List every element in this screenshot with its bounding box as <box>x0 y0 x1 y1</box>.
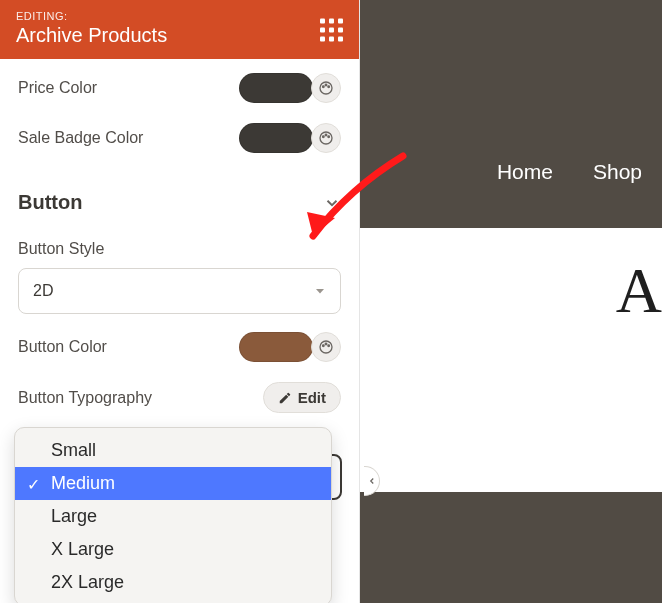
editor-sidebar: EDITING: Archive Products Price Color Sa… <box>0 0 360 603</box>
size-option-small[interactable]: Small <box>15 434 331 467</box>
drag-grip-icon[interactable] <box>320 18 343 41</box>
size-option-2x-large[interactable]: 2X Large <box>15 566 331 599</box>
svg-point-10 <box>323 345 325 347</box>
svg-point-2 <box>325 84 327 86</box>
edit-typography-button[interactable]: Edit <box>263 382 341 413</box>
button-size-dropdown[interactable]: SmallMediumLargeX Large2X Large <box>14 427 332 603</box>
caret-down-icon <box>314 285 326 297</box>
sale-badge-color-picker-button[interactable] <box>311 123 341 153</box>
edit-label: Edit <box>298 389 326 406</box>
button-typography-row: Button Typography Edit <box>18 382 341 413</box>
svg-marker-8 <box>316 289 324 294</box>
button-color-label: Button Color <box>18 338 107 356</box>
button-typography-label: Button Typography <box>18 389 152 407</box>
size-option-medium[interactable]: Medium <box>15 467 331 500</box>
palette-icon <box>318 80 334 96</box>
svg-point-6 <box>325 134 327 136</box>
preview-nav: Home Shop <box>497 160 642 184</box>
sale-badge-color-row: Sale Badge Color <box>18 123 341 153</box>
svg-point-12 <box>328 345 330 347</box>
button-color-swatch[interactable] <box>239 332 313 362</box>
size-option-large[interactable]: Large <box>15 500 331 533</box>
header-title: Archive Products <box>16 24 343 47</box>
button-section-title: Button <box>18 191 82 214</box>
price-color-picker-button[interactable] <box>311 73 341 103</box>
button-style-select[interactable]: 2D <box>18 268 341 314</box>
svg-point-7 <box>328 136 330 138</box>
price-color-label: Price Color <box>18 79 97 97</box>
header-eyebrow: EDITING: <box>16 10 343 22</box>
sale-badge-color-swatch[interactable] <box>239 123 313 153</box>
button-section-header[interactable]: Button <box>18 173 341 224</box>
button-color-row: Button Color <box>18 332 341 362</box>
svg-point-3 <box>328 86 330 88</box>
sale-badge-color-label: Sale Badge Color <box>18 129 143 147</box>
chevron-down-icon <box>323 194 341 212</box>
price-color-row: Price Color <box>18 73 341 103</box>
pencil-icon <box>278 391 292 405</box>
svg-point-11 <box>325 343 327 345</box>
chevron-left-icon <box>367 476 377 486</box>
panel-body: Price Color Sale Badge Color Button Butt… <box>0 59 359 413</box>
button-style-value: 2D <box>33 282 53 300</box>
preview-heading-fragment: A <box>616 254 662 328</box>
size-option-x-large[interactable]: X Large <box>15 533 331 566</box>
price-color-swatch[interactable] <box>239 73 313 103</box>
svg-point-1 <box>323 86 325 88</box>
button-style-label: Button Style <box>18 240 341 258</box>
preview-pane: Home Shop A P <box>360 0 662 603</box>
editor-header: EDITING: Archive Products <box>0 0 359 59</box>
palette-icon <box>318 130 334 146</box>
nav-link-home[interactable]: Home <box>497 160 553 184</box>
button-color-picker-button[interactable] <box>311 332 341 362</box>
svg-point-5 <box>323 136 325 138</box>
nav-link-shop[interactable]: Shop <box>593 160 642 184</box>
palette-icon <box>318 339 334 355</box>
